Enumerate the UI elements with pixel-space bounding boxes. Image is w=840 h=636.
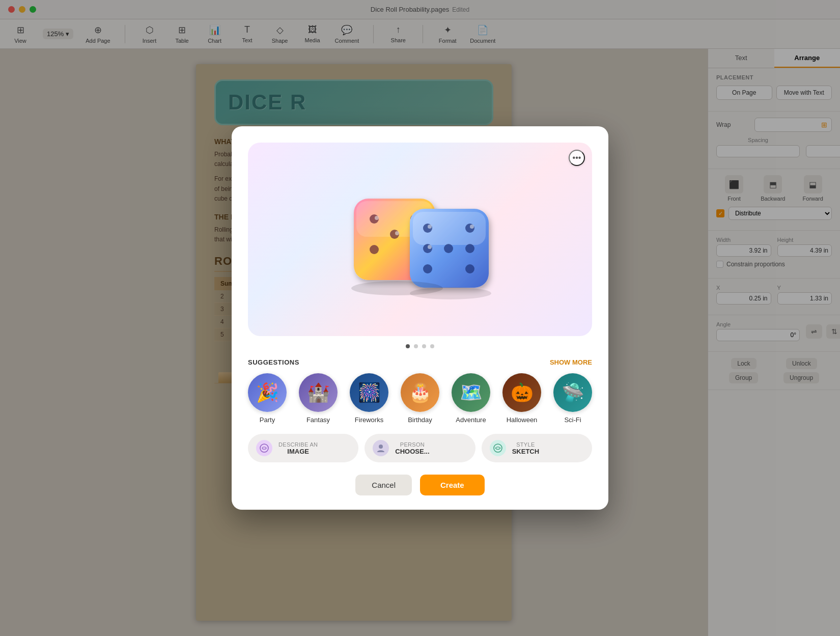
svg-point-15 [465,244,474,253]
image-generation-modal: ••• [232,126,608,510]
more-options-button[interactable]: ••• [569,150,585,166]
fireworks-icon: 🎆 [350,373,388,412]
svg-point-19 [428,225,432,229]
suggestion-adventure[interactable]: 🗺️ Adventure [452,373,490,424]
modal-overlay: ••• [0,0,840,636]
style-icon [490,440,506,456]
style-text: STYLE SKETCH [512,441,539,455]
fantasy-label: Fantasy [306,416,330,424]
scifi-icon: 🛸 [553,373,592,412]
show-more-button[interactable]: SHOW MORE [550,358,592,366]
svg-point-17 [465,264,474,273]
suggestions-grid: 🎉 Party 🏰 Fantasy 🎆 Fireworks 🎂 Birthday… [248,373,592,424]
pagination-dot-3[interactable] [422,344,426,348]
birthday-label: Birthday [408,416,432,424]
fireworks-label: Fireworks [355,416,383,424]
scifi-label: Sci-Fi [564,416,581,424]
pagination-dot-4[interactable] [430,344,434,348]
cancel-button[interactable]: Cancel [355,475,412,495]
suggestion-birthday[interactable]: 🎂 Birthday [401,373,439,424]
suggestions-label: SUGGESTIONS [248,358,299,366]
halloween-icon: 🎃 [502,373,541,412]
suggestions-header: SUGGESTIONS SHOW MORE [248,358,592,366]
svg-point-18 [444,244,453,253]
person-icon [373,440,389,456]
suggestion-scifi[interactable]: 🛸 Sci-Fi [553,373,592,424]
svg-point-7 [375,216,379,220]
person-choose-button[interactable]: PERSON CHOOSE... [365,434,475,462]
svg-point-25 [379,445,383,449]
halloween-label: Halloween [507,416,538,424]
style-button[interactable]: STYLE SKETCH [482,434,592,462]
create-button[interactable]: Create [420,475,485,495]
fantasy-icon: 🏰 [299,373,338,412]
svg-point-5 [370,245,379,254]
svg-point-24 [260,444,268,452]
adventure-icon: 🗺️ [452,373,490,412]
birthday-icon: 🎂 [401,373,439,412]
modal-footer: Cancel Create [248,475,592,495]
describe-image-button[interactable]: DESCRIBE AN IMAGE [248,434,358,462]
svg-point-16 [423,264,432,273]
person-text: PERSON CHOOSE... [395,441,429,455]
party-label: Party [260,416,275,424]
adventure-label: Adventure [456,416,486,424]
describe-image-text: DESCRIBE AN IMAGE [278,441,318,455]
svg-point-9 [395,231,399,235]
svg-point-20 [470,225,474,229]
pagination-dots [248,344,592,348]
dice-illustration [339,168,501,311]
svg-point-23 [410,287,491,299]
suggestion-party[interactable]: 🎉 Party [248,373,287,424]
suggestion-halloween[interactable]: 🎃 Halloween [502,373,541,424]
describe-image-icon [256,440,272,456]
action-buttons-row: DESCRIBE AN IMAGE PERSON CHOOSE... [248,434,592,462]
suggestion-fireworks[interactable]: 🎆 Fireworks [350,373,388,424]
party-icon: 🎉 [248,373,287,412]
svg-point-21 [428,245,432,249]
suggestion-fantasy[interactable]: 🏰 Fantasy [299,373,338,424]
dice-preview-container: ••• [248,143,592,336]
pagination-dot-2[interactable] [414,344,418,348]
pagination-dot-1[interactable] [406,344,410,348]
